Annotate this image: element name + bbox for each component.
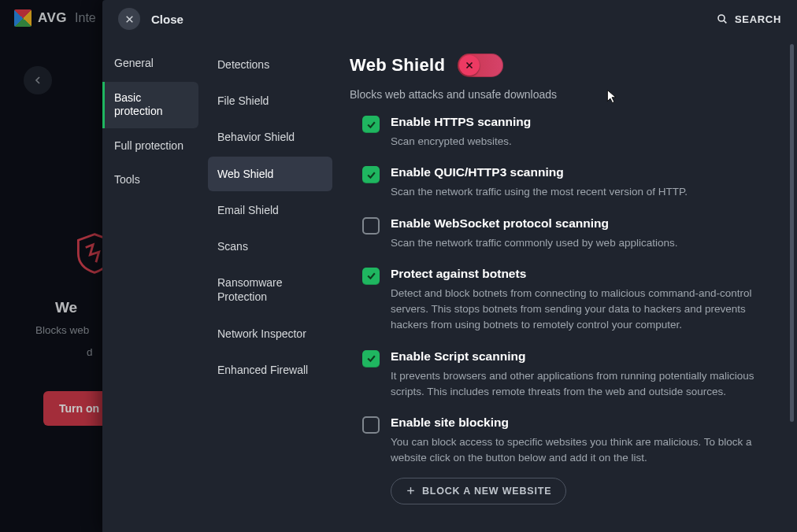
nav2-email-shield[interactable]: Email Shield [208,193,332,227]
option-title: Enable Script scanning [391,349,775,364]
checkbox-script-scanning[interactable] [362,350,380,368]
option-desc: Detect and block botnets from connecting… [391,286,775,334]
close-label[interactable]: Close [151,13,183,26]
checkbox-quic-scanning[interactable] [362,166,380,183]
option-title: Enable WebSocket protocol scanning [391,216,775,231]
block-new-website-button[interactable]: BLOCK A NEW WEBSITE [391,478,566,504]
nav2-ransomware-protection[interactable]: Ransomware Protection [208,265,332,314]
option-desc: Scan the network traffic using the most … [391,184,775,200]
overlay-header: Close SEARCH [102,0,797,38]
checkbox-botnet-protection[interactable] [362,268,380,285]
option-botnet-protection: Protect against botnets Detect and block… [362,267,775,334]
search-button[interactable]: SEARCH [716,13,781,25]
nav2-detections[interactable]: Detections [208,47,332,82]
page-subtitle: Blocks web attacks and unsafe downloads [350,88,775,101]
nav1-basic-protection[interactable]: Basic protection [102,82,198,128]
svg-line-3 [724,20,726,23]
check-icon [366,353,376,364]
option-site-blocking: Enable site blocking You can block acces… [362,416,775,504]
scrollbar[interactable] [790,44,794,422]
brand-sub: Inte [75,11,96,25]
web-shield-toggle[interactable] [458,54,503,77]
option-script-scanning: Enable Script scanning It prevents brows… [362,349,775,401]
option-https-scanning: Enable HTTPS scanning Scan encrypted web… [362,115,775,150]
checkbox-site-blocking[interactable] [362,416,380,434]
bg-desc-1: Blocks web [35,323,89,338]
avg-logo-icon [14,9,32,27]
settings-overlay: Close SEARCH General Basic protection Fu… [102,0,797,532]
close-icon [465,61,474,70]
search-label: SEARCH [735,13,781,25]
option-desc: Scan the network traffic commonly used b… [391,235,775,251]
check-icon [366,271,376,281]
checkbox-websocket-scanning[interactable] [362,217,380,235]
brand-text: AVG [38,10,67,26]
option-desc: You can block access to specific website… [391,434,775,467]
option-title: Enable site blocking [391,416,775,430]
settings-content: Web Shield Blocks web attacks and unsafe… [337,38,797,532]
back-button[interactable] [24,66,52,94]
primary-nav: General Basic protection Full protection… [102,38,203,532]
nav2-scans[interactable]: Scans [208,229,332,264]
option-title: Enable HTTPS scanning [391,115,775,129]
nav1-full-protection[interactable]: Full protection [102,130,198,163]
options-list: Enable HTTPS scanning Scan encrypted web… [362,115,775,504]
nav2-web-shield[interactable]: Web Shield [208,157,332,191]
nav1-general[interactable]: General [102,47,198,80]
check-icon [366,120,376,130]
page-title: Web Shield [350,55,445,76]
nav1-tools[interactable]: Tools [102,164,198,197]
toggle-knob [459,55,480,76]
option-title: Enable QUIC/HTTP3 scanning [391,165,775,179]
check-icon [366,170,376,180]
close-button[interactable] [118,8,140,30]
block-new-website-label: BLOCK A NEW WEBSITE [422,486,551,497]
search-icon [716,13,728,25]
nav2-file-shield[interactable]: File Shield [208,83,332,118]
secondary-nav: Detections File Shield Behavior Shield W… [203,38,337,532]
bg-title: We [55,299,77,316]
option-quic-scanning: Enable QUIC/HTTP3 scanning Scan the netw… [362,165,775,200]
option-title: Protect against botnets [391,267,775,281]
option-desc: It prevents browsers and other applicati… [391,368,775,401]
plus-icon [406,486,416,496]
nav2-network-inspector[interactable]: Network Inspector [208,316,332,351]
checkbox-https-scanning[interactable] [362,116,380,133]
bg-desc-2: d [87,345,93,360]
nav2-behavior-shield[interactable]: Behavior Shield [208,120,332,154]
option-desc: Scan encrypted websites. [391,134,775,150]
option-websocket-scanning: Enable WebSocket protocol scanning Scan … [362,216,775,251]
svg-point-2 [718,15,725,21]
nav2-enhanced-firewall[interactable]: Enhanced Firewall [208,353,332,387]
